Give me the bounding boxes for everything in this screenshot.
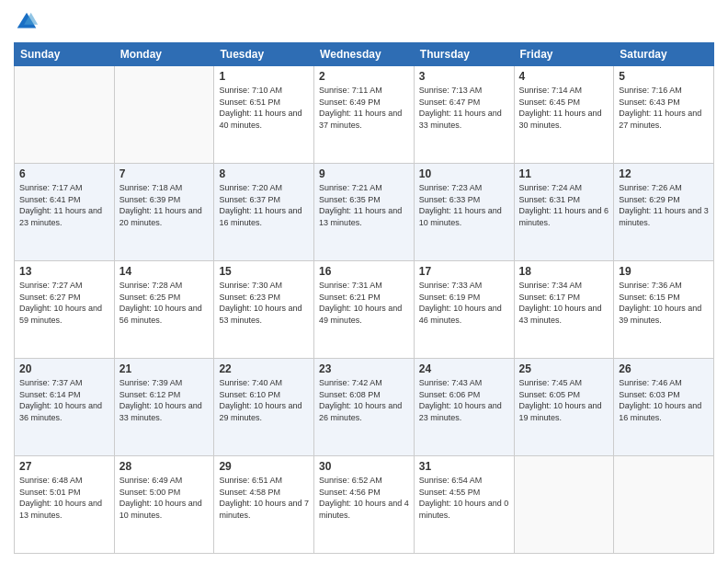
calendar-cell: 7Sunrise: 7:18 AMSunset: 6:39 PMDaylight… <box>114 164 214 261</box>
day-number: 9 <box>319 167 409 180</box>
weekday-header-saturday: Saturday <box>614 43 714 66</box>
day-info: Sunrise: 7:16 AMSunset: 6:43 PMDaylight:… <box>619 85 709 131</box>
day-number: 6 <box>19 167 109 180</box>
day-number: 11 <box>519 167 609 180</box>
calendar-week-5: 27Sunrise: 6:48 AMSunset: 5:01 PMDayligh… <box>15 456 714 554</box>
calendar-cell: 24Sunrise: 7:43 AMSunset: 6:06 PMDayligh… <box>414 359 514 456</box>
calendar-cell <box>15 66 115 164</box>
calendar-cell: 29Sunrise: 6:51 AMSunset: 4:58 PMDayligh… <box>214 456 314 554</box>
day-number: 21 <box>119 362 210 375</box>
calendar-cell: 4Sunrise: 7:14 AMSunset: 6:45 PMDaylight… <box>514 66 614 164</box>
day-info: Sunrise: 7:18 AMSunset: 6:39 PMDaylight:… <box>119 182 210 228</box>
day-info: Sunrise: 7:21 AMSunset: 6:35 PMDaylight:… <box>319 182 409 228</box>
calendar-table: SundayMondayTuesdayWednesdayThursdayFrid… <box>14 42 714 554</box>
header <box>14 9 714 35</box>
calendar-cell: 2Sunrise: 7:11 AMSunset: 6:49 PMDaylight… <box>314 66 415 164</box>
calendar-cell: 13Sunrise: 7:27 AMSunset: 6:27 PMDayligh… <box>15 261 115 359</box>
day-info: Sunrise: 7:28 AMSunset: 6:25 PMDaylight:… <box>119 280 210 326</box>
day-info: Sunrise: 7:37 AMSunset: 6:14 PMDaylight:… <box>19 377 109 423</box>
day-number: 19 <box>619 265 709 278</box>
weekday-header-friday: Friday <box>514 43 614 66</box>
calendar-cell: 19Sunrise: 7:36 AMSunset: 6:15 PMDayligh… <box>614 261 714 359</box>
calendar-cell: 9Sunrise: 7:21 AMSunset: 6:35 PMDaylight… <box>314 164 415 261</box>
day-number: 4 <box>519 70 609 83</box>
day-number: 12 <box>619 167 709 180</box>
day-number: 22 <box>219 362 309 375</box>
calendar-cell: 11Sunrise: 7:24 AMSunset: 6:31 PMDayligh… <box>514 164 614 261</box>
day-number: 25 <box>519 362 609 375</box>
day-number: 27 <box>19 460 109 473</box>
calendar-cell: 18Sunrise: 7:34 AMSunset: 6:17 PMDayligh… <box>514 261 614 359</box>
weekday-header-thursday: Thursday <box>414 43 514 66</box>
day-number: 1 <box>219 70 309 83</box>
day-info: Sunrise: 7:36 AMSunset: 6:15 PMDaylight:… <box>619 280 709 326</box>
calendar-cell <box>514 456 614 554</box>
day-number: 29 <box>219 460 309 473</box>
calendar-cell: 30Sunrise: 6:52 AMSunset: 4:56 PMDayligh… <box>314 456 415 554</box>
day-info: Sunrise: 7:27 AMSunset: 6:27 PMDaylight:… <box>19 280 109 326</box>
calendar-cell: 14Sunrise: 7:28 AMSunset: 6:25 PMDayligh… <box>114 261 214 359</box>
day-info: Sunrise: 7:20 AMSunset: 6:37 PMDaylight:… <box>219 182 309 228</box>
day-number: 18 <box>519 265 609 278</box>
page: SundayMondayTuesdayWednesdayThursdayFrid… <box>0 0 728 563</box>
day-number: 16 <box>319 265 409 278</box>
day-number: 2 <box>319 70 409 83</box>
day-info: Sunrise: 6:48 AMSunset: 5:01 PMDaylight:… <box>19 475 109 521</box>
day-info: Sunrise: 7:43 AMSunset: 6:06 PMDaylight:… <box>419 377 509 423</box>
calendar-cell: 25Sunrise: 7:45 AMSunset: 6:05 PMDayligh… <box>514 359 614 456</box>
day-info: Sunrise: 7:42 AMSunset: 6:08 PMDaylight:… <box>319 377 409 423</box>
weekday-header-wednesday: Wednesday <box>314 43 415 66</box>
day-number: 5 <box>619 70 709 83</box>
calendar-cell: 10Sunrise: 7:23 AMSunset: 6:33 PMDayligh… <box>414 164 514 261</box>
calendar-cell: 21Sunrise: 7:39 AMSunset: 6:12 PMDayligh… <box>114 359 214 456</box>
day-number: 14 <box>119 265 210 278</box>
day-info: Sunrise: 7:13 AMSunset: 6:47 PMDaylight:… <box>419 85 509 131</box>
day-info: Sunrise: 7:23 AMSunset: 6:33 PMDaylight:… <box>419 182 509 228</box>
calendar-cell: 17Sunrise: 7:33 AMSunset: 6:19 PMDayligh… <box>414 261 514 359</box>
day-number: 3 <box>419 70 509 83</box>
day-info: Sunrise: 7:17 AMSunset: 6:41 PMDaylight:… <box>19 182 109 228</box>
day-info: Sunrise: 7:30 AMSunset: 6:23 PMDaylight:… <box>219 280 309 326</box>
calendar-cell: 27Sunrise: 6:48 AMSunset: 5:01 PMDayligh… <box>15 456 115 554</box>
calendar-week-4: 20Sunrise: 7:37 AMSunset: 6:14 PMDayligh… <box>15 359 714 456</box>
calendar-cell: 16Sunrise: 7:31 AMSunset: 6:21 PMDayligh… <box>314 261 415 359</box>
day-number: 17 <box>419 265 509 278</box>
day-info: Sunrise: 7:40 AMSunset: 6:10 PMDaylight:… <box>219 377 309 423</box>
calendar-cell: 22Sunrise: 7:40 AMSunset: 6:10 PMDayligh… <box>214 359 314 456</box>
day-info: Sunrise: 7:24 AMSunset: 6:31 PMDaylight:… <box>519 182 609 228</box>
calendar-cell: 5Sunrise: 7:16 AMSunset: 6:43 PMDaylight… <box>614 66 714 164</box>
day-info: Sunrise: 7:31 AMSunset: 6:21 PMDaylight:… <box>319 280 409 326</box>
calendar-cell: 6Sunrise: 7:17 AMSunset: 6:41 PMDaylight… <box>15 164 115 261</box>
day-info: Sunrise: 7:34 AMSunset: 6:17 PMDaylight:… <box>519 280 609 326</box>
calendar-week-3: 13Sunrise: 7:27 AMSunset: 6:27 PMDayligh… <box>15 261 714 359</box>
day-info: Sunrise: 7:45 AMSunset: 6:05 PMDaylight:… <box>519 377 609 423</box>
calendar-cell: 15Sunrise: 7:30 AMSunset: 6:23 PMDayligh… <box>214 261 314 359</box>
calendar-cell: 26Sunrise: 7:46 AMSunset: 6:03 PMDayligh… <box>614 359 714 456</box>
calendar-cell: 23Sunrise: 7:42 AMSunset: 6:08 PMDayligh… <box>314 359 415 456</box>
calendar-cell <box>114 66 214 164</box>
day-info: Sunrise: 6:51 AMSunset: 4:58 PMDaylight:… <box>219 475 309 521</box>
calendar-week-1: 1Sunrise: 7:10 AMSunset: 6:51 PMDaylight… <box>15 66 714 164</box>
calendar-cell: 3Sunrise: 7:13 AMSunset: 6:47 PMDaylight… <box>414 66 514 164</box>
logo-icon <box>14 9 40 35</box>
calendar-cell: 20Sunrise: 7:37 AMSunset: 6:14 PMDayligh… <box>15 359 115 456</box>
day-info: Sunrise: 7:39 AMSunset: 6:12 PMDaylight:… <box>119 377 210 423</box>
day-number: 8 <box>219 167 309 180</box>
calendar-cell: 12Sunrise: 7:26 AMSunset: 6:29 PMDayligh… <box>614 164 714 261</box>
weekday-header-row: SundayMondayTuesdayWednesdayThursdayFrid… <box>15 43 714 66</box>
day-info: Sunrise: 6:49 AMSunset: 5:00 PMDaylight:… <box>119 475 210 521</box>
calendar-cell: 31Sunrise: 6:54 AMSunset: 4:55 PMDayligh… <box>414 456 514 554</box>
day-number: 28 <box>119 460 210 473</box>
day-number: 7 <box>119 167 210 180</box>
day-info: Sunrise: 7:14 AMSunset: 6:45 PMDaylight:… <box>519 85 609 131</box>
weekday-header-tuesday: Tuesday <box>214 43 314 66</box>
logo <box>14 9 43 35</box>
day-number: 26 <box>619 362 709 375</box>
day-number: 13 <box>19 265 109 278</box>
day-number: 20 <box>19 362 109 375</box>
day-info: Sunrise: 6:52 AMSunset: 4:56 PMDaylight:… <box>319 475 409 521</box>
day-info: Sunrise: 7:46 AMSunset: 6:03 PMDaylight:… <box>619 377 709 423</box>
day-number: 10 <box>419 167 509 180</box>
day-number: 15 <box>219 265 309 278</box>
day-number: 23 <box>319 362 409 375</box>
